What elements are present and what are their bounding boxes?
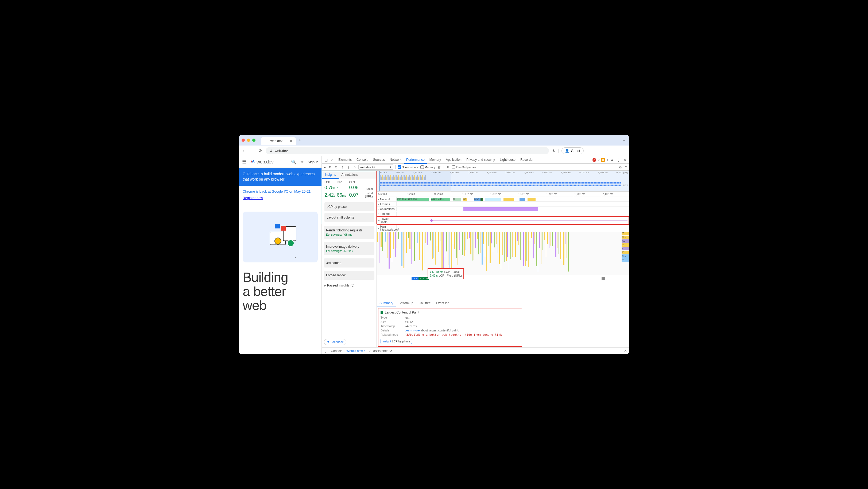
help-icon[interactable]: ?	[624, 165, 627, 169]
drawer-whatsnew[interactable]: What's new ×	[346, 349, 366, 353]
tab-bar: web.dev × + ⌄	[239, 135, 629, 146]
reload-button[interactable]: ⟳	[258, 148, 263, 153]
hero-banner: Guidance to build modern web experiences…	[239, 168, 321, 185]
download-icon[interactable]: ⭳	[347, 165, 351, 169]
insights-sidebar: Insights Annotations LCP INP CLS 0	[322, 171, 377, 347]
devtools-tab-recorder[interactable]: Recorder	[518, 156, 535, 164]
performance-main: 492 ms992 ms1,492 ms1,992 ms2,492 ms2,99…	[377, 171, 629, 347]
lcp-phase-button[interactable]: LCP by phase	[324, 202, 374, 211]
site-logo[interactable]: web.dev	[250, 159, 274, 165]
window-controls[interactable]	[242, 139, 255, 142]
devtools-tab-elements[interactable]: Elements	[336, 156, 354, 164]
issue-badges[interactable]: ✕2 ■1	[592, 158, 608, 162]
warning-badge[interactable]: ■	[601, 158, 605, 162]
site-controls-icon[interactable]: ⚙	[269, 149, 273, 153]
forced-reflow-card[interactable]: Forced reflow	[324, 271, 374, 280]
screenshots-toggle[interactable]: Screenshots	[398, 165, 418, 169]
tab-insights[interactable]: Insights	[322, 171, 339, 179]
tab-annotations[interactable]: Annotations	[339, 171, 361, 179]
clear-icon[interactable]: ⊘	[334, 165, 338, 169]
browser-menu-icon[interactable]: ⋮	[586, 148, 592, 153]
devtools-tab-memory[interactable]: Memory	[427, 156, 443, 164]
search-icon[interactable]: 🔍	[291, 160, 297, 165]
load-marker[interactable]: L	[601, 277, 605, 280]
tracks[interactable]: Network ome-blue_720.pngature_480…dene (…	[377, 197, 629, 299]
webdev-favicon	[265, 139, 268, 143]
overview-selection[interactable]	[379, 171, 451, 191]
url-field[interactable]: ⚙ web.dev	[266, 147, 549, 154]
frames-track: Frames	[377, 202, 629, 206]
profile-icon: 👤	[565, 149, 569, 153]
third-parties-card[interactable]: 3rd parties	[324, 258, 374, 267]
detail-tab-call-tree[interactable]: Call tree	[416, 299, 433, 307]
error-badge[interactable]: ✕	[592, 158, 596, 162]
devtools-tab-console[interactable]: Console	[354, 156, 370, 164]
close-devtools-icon[interactable]: ✕	[622, 158, 627, 162]
devtools-tab-privacy-and-security[interactable]: Privacy and security	[464, 156, 497, 164]
insight-chip[interactable]: Insight LCP by phase	[380, 339, 412, 344]
dcl-marker[interactable]: DCL	[411, 277, 418, 280]
profile-button[interactable]: 👤 Guest	[561, 147, 584, 154]
browser-window: web.dev × + ⌄ ← → ⟳ ⚙ web.dev ⚗ | 👤 Gues…	[239, 135, 629, 354]
experiments-icon[interactable]: ⚗	[552, 149, 555, 153]
detail-tab-bottom-up[interactable]: Bottom-up	[396, 299, 416, 307]
memory-toggle[interactable]: Memory	[421, 165, 435, 169]
overview-minimap[interactable]: 492 ms992 ms1,492 ms1,992 ms2,492 ms2,99…	[377, 171, 629, 192]
detail-tab-event-log[interactable]: Event log	[433, 299, 452, 307]
devtools-tab-application[interactable]: Application	[444, 156, 464, 164]
browser-tab[interactable]: web.dev ×	[261, 137, 296, 145]
device-icon[interactable]: ⎚	[330, 158, 334, 162]
drawer-ai[interactable]: AI assistance ⚗	[369, 349, 392, 353]
feedback-button[interactable]: ⚗ Feedback	[324, 339, 346, 345]
net-label: NET	[623, 184, 628, 187]
image-delivery-card[interactable]: Improve image deliveryEst savings: 25.0 …	[324, 242, 374, 255]
upload-icon[interactable]: ⭱	[340, 165, 344, 169]
devtools-tab-sources[interactable]: Sources	[371, 156, 387, 164]
new-tab-button[interactable]: +	[299, 138, 301, 143]
settings-gear-icon[interactable]: ⚙	[618, 165, 622, 169]
profile-label: Guest	[571, 149, 580, 153]
related-node[interactable]: h3#building-a-better-web-together.hide-f…	[405, 333, 502, 337]
devtools-tab-performance[interactable]: Performance	[404, 156, 427, 164]
learn-more-link[interactable]: Learn more	[405, 329, 420, 332]
performance-toolbar: ● ⟳ ⊘ ⭱ ⭳ ⌂ web.dev #2▾ Screenshots Memo…	[322, 164, 629, 171]
inspect-icon[interactable]: ◫	[323, 158, 329, 162]
devtools-tabs: ElementsConsoleSourcesNetworkPerformance…	[336, 156, 591, 164]
logo-text: web.dev	[256, 159, 274, 165]
headline: Building a better web	[239, 265, 321, 313]
devtools-toolbar: ◫ ⎚ ElementsConsoleSourcesNetworkPerform…	[322, 156, 629, 164]
register-link[interactable]: Register now	[243, 195, 318, 201]
drawer-menu-icon[interactable]: ⋮	[324, 349, 327, 353]
dim-3p-toggle[interactable]: Dim 3rd parties	[452, 165, 476, 169]
fp-marker[interactable]: P	[418, 277, 422, 280]
devtools-tab-network[interactable]: Network	[388, 156, 404, 164]
drawer-close-icon[interactable]: ✕	[624, 349, 627, 353]
drawer-console[interactable]: Console	[331, 349, 343, 353]
devtools-tab-lighthouse[interactable]: Lighthouse	[498, 156, 518, 164]
throttle-icon[interactable]: ⇅	[446, 165, 450, 169]
time-ruler[interactable]: 592 ms792 ms992 ms1,192 ms1,392 ms1,592 …	[377, 192, 629, 197]
menu-icon[interactable]: ☰	[242, 159, 246, 165]
tab-title: web.dev	[271, 139, 282, 143]
animations-track: Animations	[377, 206, 629, 211]
flame-chart[interactable]: T…x…(…Iz(…Fs…E…	[377, 232, 629, 275]
detail-tab-summary[interactable]: Summary	[377, 299, 396, 307]
io-promo: Chrome is back at Google I/O on May 20-2…	[239, 185, 321, 204]
gc-icon[interactable]: 🗑	[437, 165, 441, 169]
cls-culprits-button[interactable]: Layout shift culprits	[324, 213, 374, 222]
network-track: Network ome-blue_720.pngature_480…dene (…	[377, 197, 629, 202]
settings-icon[interactable]: ⚙	[609, 158, 615, 162]
passed-insights[interactable]: Passed insights (6)	[322, 281, 376, 289]
home-icon[interactable]: ⌂	[353, 165, 356, 169]
theme-toggle-icon[interactable]: ☀	[300, 160, 304, 165]
forward-button: →	[250, 148, 255, 153]
back-button[interactable]: ←	[242, 148, 247, 153]
recording-select[interactable]: web.dev #2▾	[359, 165, 393, 170]
more-icon[interactable]: ⋮	[616, 158, 621, 162]
record-icon[interactable]: ●	[323, 165, 326, 169]
tabs-dropdown-icon[interactable]: ⌄	[623, 138, 625, 142]
signin-link[interactable]: Sign in	[308, 160, 318, 164]
tab-close-icon[interactable]: ×	[290, 139, 292, 143]
render-blocking-card[interactable]: Render blocking requestsEst savings: 408…	[324, 226, 374, 239]
reload-record-icon[interactable]: ⟳	[329, 165, 332, 169]
